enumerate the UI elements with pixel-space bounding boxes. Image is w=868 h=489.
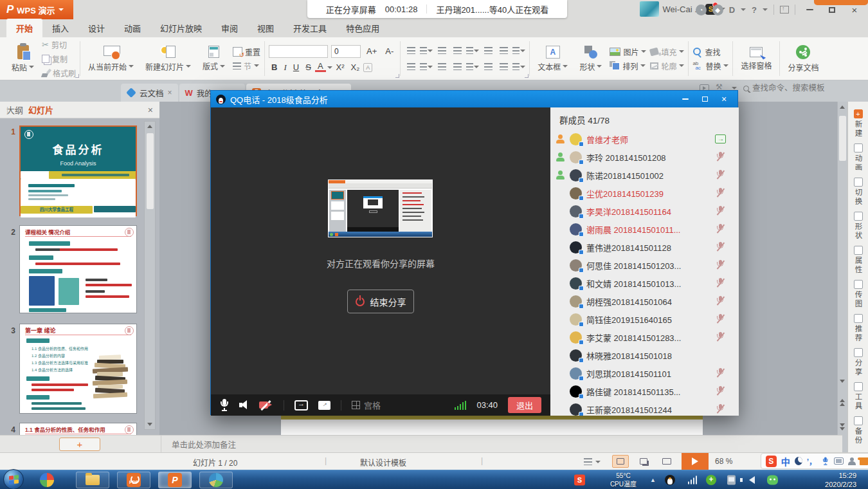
section-button[interactable]: 节 [233, 60, 260, 71]
qq-minimize-button[interactable] [677, 94, 694, 105]
clear-format-icon[interactable]: A [363, 63, 372, 72]
tray-qq-icon[interactable] [665, 475, 675, 485]
qq-close-button[interactable]: × [716, 94, 732, 105]
slide-thumbnail-1[interactable]: 食品分析 Food Analysis 四川大学食品工程 [19, 125, 137, 216]
sogou-icon[interactable]: S [766, 456, 777, 467]
grow-font-button[interactable]: A+ [364, 46, 379, 56]
paragraph-tool-icon[interactable] [404, 61, 417, 72]
upgrade-icon[interactable]: ◆ [712, 5, 723, 15]
scroll-up-icon[interactable] [840, 106, 845, 109]
taskbar-wps-button[interactable]: P [158, 472, 192, 488]
close-button[interactable]: × [846, 3, 863, 16]
scrollbar-thumb[interactable] [839, 116, 846, 161]
paragraph-tool-icon[interactable] [482, 61, 494, 72]
shrink-font-button[interactable]: A- [383, 46, 396, 56]
ime-keyboard-icon[interactable] [834, 457, 844, 465]
sidebar-item-10[interactable]: 备份 [853, 416, 863, 445]
scroll-down-icon[interactable] [147, 423, 152, 426]
command-search[interactable] [743, 84, 865, 93]
fill-button[interactable]: 填充 [650, 46, 684, 57]
tray-network-icon[interactable] [688, 476, 698, 484]
whiteboard-icon[interactable] [318, 401, 330, 410]
sidebar-item-1[interactable]: +新建 [853, 109, 863, 138]
subscript-button[interactable]: X₂ [348, 62, 363, 72]
close-tab-icon[interactable]: × [168, 88, 172, 97]
underline-button[interactable]: U [291, 62, 302, 72]
paragraph-tool-icon[interactable] [512, 61, 525, 72]
ribbon-tab-5[interactable]: 幻灯片放映 [150, 19, 212, 37]
ribbon-tab-8[interactable]: 开发工具 [284, 19, 336, 37]
slideshow-play-button[interactable] [682, 453, 709, 470]
paragraph-tool-icon[interactable] [435, 61, 448, 72]
taskbar-app-button[interactable] [199, 472, 233, 488]
member-row[interactable]: 林晓雅2018141501018 [550, 346, 739, 364]
font-name-combo[interactable] [269, 45, 328, 58]
ribbon-tab-2[interactable]: 插入 [42, 19, 78, 37]
sidebar-item-9[interactable]: 工具 [853, 382, 863, 411]
arrange-button[interactable]: 排列 [610, 60, 646, 71]
slide-thumbnail-3[interactable]: 第一章 绪论 1.1 食品分析的性质、任务和作用 1.2 食品分析的内容 1.3… [19, 324, 137, 414]
speaker-icon[interactable] [239, 400, 249, 410]
maximize-button[interactable] [824, 3, 840, 16]
member-row[interactable]: 李玲 2018141501208 [550, 148, 739, 166]
tray-clock[interactable]: 15:292020/2/23 [825, 471, 856, 489]
paragraph-tool-icon[interactable] [466, 45, 479, 56]
notes-area[interactable]: 单击此处添加备注 [161, 435, 842, 452]
grid-view-label[interactable]: 宫格 [364, 399, 381, 411]
ribbon-tab-1[interactable]: 开始 [6, 19, 42, 37]
paragraph-tool-icon[interactable] [451, 45, 464, 56]
sidebar-item-5[interactable]: 属性 [853, 246, 863, 274]
member-row[interactable]: 尘优2018141501239 [550, 184, 739, 202]
microphone-icon[interactable] [220, 399, 229, 412]
paragraph-tool-icon[interactable] [466, 61, 479, 72]
tray-antivirus-icon[interactable]: + [706, 475, 716, 485]
ribbon-tab-7[interactable]: 视图 [248, 19, 284, 37]
replace-button[interactable]: 替换 [692, 60, 728, 71]
hidden-panel-peek-tab[interactable] [814, 0, 868, 5]
scroll-down-icon[interactable] [840, 380, 845, 383]
selection-pane-button[interactable]: 选择窗格 [737, 39, 775, 78]
cpu-temperature[interactable]: 55°CCPU温度 [610, 472, 637, 488]
paragraph-tool-icon[interactable] [482, 45, 494, 56]
ime-skin-icon[interactable] [860, 457, 868, 465]
qq-window-titlebar[interactable]: QQ电话 - 2018级食品分析 × [211, 91, 737, 107]
paragraph-tool-icon[interactable] [404, 45, 417, 56]
sidebar-item-8[interactable]: 分享 [853, 348, 863, 376]
sidebar-item-7[interactable]: 推荐 [853, 314, 863, 342]
start-button[interactable] [3, 469, 24, 489]
tray-sogou-icon[interactable]: S [574, 475, 585, 486]
member-row[interactable]: 路佳键 2018141501135... [550, 382, 739, 400]
qq-maximize-button[interactable] [696, 94, 713, 105]
skin-icon[interactable]: ◔ [696, 5, 707, 15]
ribbon-tab-6[interactable]: 审阅 [212, 19, 248, 37]
slide-thumbnail-4[interactable]: 1.1 食品分析的性质、任务和作用 [19, 423, 137, 435]
normal-view-button[interactable] [612, 455, 629, 468]
taskbar-pdf-button[interactable]: PDF [117, 472, 150, 488]
new-slide-button[interactable]: 新建幻灯片 [141, 39, 195, 78]
ime-punctuation-icon[interactable]: ’， [807, 456, 817, 466]
sidebar-item-6[interactable]: 传图 [853, 280, 863, 308]
ime-voice-icon[interactable] [822, 457, 827, 465]
tray-clipboard-icon[interactable] [727, 475, 736, 485]
close-panel-icon[interactable]: × [148, 105, 153, 115]
exit-call-button[interactable]: 退出 [508, 397, 541, 413]
ribbon-tab-4[interactable]: 动画 [114, 19, 150, 37]
dialog-launcher-icon[interactable] [525, 74, 529, 78]
main-vertical-scrollbar[interactable] [837, 102, 847, 452]
paragraph-tool-icon[interactable] [497, 45, 510, 56]
taskbar-explorer-button[interactable] [76, 472, 109, 488]
member-row[interactable]: 和文婧 2018141501013... [550, 274, 739, 292]
member-row[interactable]: 董伟进2018141501128 [550, 238, 739, 256]
template-name[interactable]: 默认设计模板 [360, 457, 406, 468]
sidebar-item-2[interactable]: 动画 [853, 143, 863, 172]
textbox-button[interactable]: A 文本框 [534, 39, 572, 78]
minimize-button[interactable] [801, 3, 818, 16]
zoom-level[interactable]: 68 % [715, 457, 732, 466]
paragraph-tool-icon[interactable] [420, 61, 433, 72]
member-row[interactable]: 曾维才老师→ [550, 130, 739, 148]
strikethrough-button[interactable]: S [303, 62, 314, 72]
find-button[interactable]: 查找 [692, 46, 728, 57]
picture-button[interactable]: 图片 [610, 46, 646, 57]
wps-logo[interactable]: P WPS 演示 [0, 0, 73, 19]
ime-profile-icon[interactable] [848, 457, 855, 465]
